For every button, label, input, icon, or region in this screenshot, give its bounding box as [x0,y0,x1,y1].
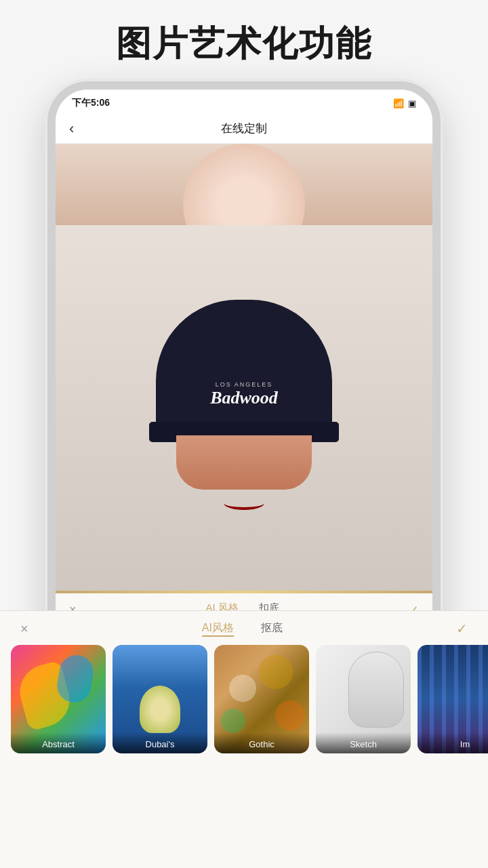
hat-figure: LOS ANGELES Badwood [149,300,339,517]
photo-area: LOS ANGELES Badwood [56,144,432,591]
bottom-label-im: Im [418,732,488,753]
nav-bar: ‹ 在线定制 [56,114,432,144]
wifi-icon: 📶 [393,98,404,108]
battery-icon: ▣ [408,98,416,108]
hat-text-small: LOS ANGELES [210,381,278,388]
bottom-tab-ai-style[interactable]: AI风格 [202,621,234,637]
status-bar: 下午5:06 📶 ▣ [56,90,432,114]
person-figure: LOS ANGELES Badwood [56,225,432,591]
hat-text-main: Badwood [210,388,278,408]
bottom-confirm-button[interactable]: ✓ [456,620,468,637]
bottom-style-item-im[interactable]: Im [418,645,488,753]
status-icons: 📶 ▣ [393,98,416,108]
bottom-close-button[interactable]: × [20,621,28,637]
bottom-label-sketch: Sketch [316,732,411,753]
face-skin [176,435,312,490]
nav-title: 在线定制 [221,121,267,136]
page-title: 图片艺术化功能 [0,0,488,81]
photo-main: LOS ANGELES Badwood [56,225,432,591]
bottom-style-item-sketch[interactable]: Sketch [316,645,411,753]
status-time: 下午5:06 [72,97,110,109]
bottom-style-item-dubais[interactable]: Dubai's [113,645,207,753]
bottom-label-gothic: Gothic [214,732,309,753]
back-button[interactable]: ‹ [69,120,74,138]
face-area [176,435,312,517]
face-mouth [224,496,264,510]
bottom-label-abstract: Abstract [11,732,106,753]
bottom-tabs: AI风格 抠底 [28,621,456,637]
photo-top [56,144,432,225]
hat-text: LOS ANGELES Badwood [210,381,278,408]
bottom-style-item-gothic[interactable]: Gothic [214,645,309,753]
photo-top-circle [183,144,305,225]
bottom-panel-header: × AI风格 抠底 ✓ [0,611,488,645]
hat-shape [156,300,332,435]
bottom-panel: × AI风格 抠底 ✓ Abstract Dubai's Gothic Sket… [0,610,488,868]
bottom-style-items-row: Abstract Dubai's Gothic Sketch Im [0,645,488,753]
bottom-tab-cutout[interactable]: 抠底 [261,621,283,637]
bottom-style-item-abstract[interactable]: Abstract [11,645,106,753]
bottom-label-dubais: Dubai's [113,732,207,753]
